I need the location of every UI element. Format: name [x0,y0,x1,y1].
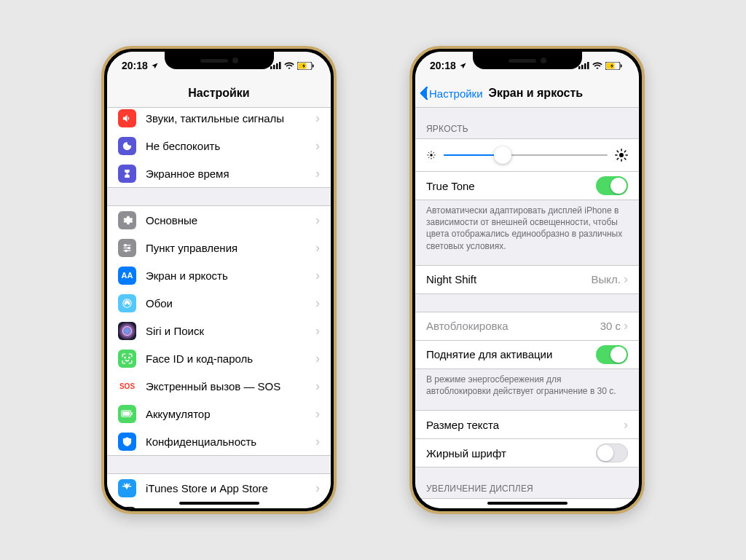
chevron-icon: › [624,505,628,508]
status-time: 20:18 [430,60,456,71]
siri-icon [118,322,136,340]
nav-title: Экран и яркость [489,87,584,100]
svg-line-40 [433,157,434,158]
settings-row-display[interactable]: AAЭкран и яркость› [107,261,331,289]
chevron-icon: › [315,296,320,311]
nightshift-value: Выкл. [592,273,621,285]
row-label: Обои [146,297,315,309]
view-label: Вид [426,507,560,508]
settings-row-gear[interactable]: Основные› [107,205,331,234]
location-icon [151,62,159,70]
svg-rect-20 [131,412,132,415]
settings-row-wallpaper[interactable]: Обои› [107,289,331,317]
battery-icon [297,62,315,70]
svg-rect-27 [578,66,581,69]
svg-rect-6 [313,64,314,67]
brightness-high-icon [615,149,628,162]
svg-point-16 [125,357,125,358]
faceid-icon [118,350,136,368]
status-time: 20:18 [122,60,148,71]
textsize-label: Размер текста [426,419,624,431]
nightshift-label: Night Shift [426,273,592,285]
row-label: Siri и Поиск [146,325,315,337]
raise-toggle[interactable] [596,345,628,364]
svg-rect-29 [584,63,586,69]
nav-bar: Настройки Экран и яркость [415,79,639,108]
svg-point-34 [430,154,433,157]
sounds-icon [118,109,136,127]
svg-point-11 [128,247,130,249]
chevron-icon: › [624,417,628,433]
settings-row-sos[interactable]: SOSЭкстренный вызов — SOS› [107,372,331,400]
settings-row-sounds[interactable]: Звуки, тактильные сигналы› [107,108,331,132]
row-label: Экранное время [146,167,315,180]
bold-toggle[interactable] [596,443,628,462]
chevron-icon: › [624,318,628,334]
svg-line-49 [624,158,626,159]
svg-rect-1 [273,65,275,69]
autolock-value: 30 с [600,320,621,332]
truetone-footer: Автоматически адаптировать дисплей iPhon… [415,200,639,252]
autolock-footer: В режиме энергосбережения для автоблокир… [415,369,639,397]
truetone-row: True Tone [415,172,639,200]
settings-row-faceid[interactable]: Face ID и код-пароль› [107,344,331,372]
svg-line-42 [433,152,434,153]
svg-rect-19 [122,411,130,416]
location-icon [459,62,467,70]
svg-line-39 [428,152,429,153]
settings-row-moon[interactable]: Не беспокоить› [107,132,331,159]
svg-rect-5 [299,63,307,68]
truetone-toggle[interactable] [596,176,628,195]
autolock-row[interactable]: Автоблокировка 30 с › [415,312,639,341]
chevron-icon: › [315,323,320,339]
hourglass-icon [118,165,136,183]
row-label: Аккумулятор [146,408,315,420]
settings-row-appstore[interactable]: iTunes Store и App Store› [107,473,331,502]
svg-rect-32 [607,63,615,68]
nav-bar: Настройки [107,79,331,108]
svg-point-12 [125,250,127,252]
back-label: Настройки [429,87,483,100]
chevron-icon: › [315,138,320,154]
raise-label: Поднятие для активации [426,348,596,360]
svg-line-51 [624,151,626,152]
privacy-icon [118,433,136,451]
settings-list[interactable]: Звуки, тактильные сигналы›Не беспокоить›… [107,108,331,508]
home-indicator [487,502,568,505]
gear-icon [118,211,136,229]
svg-point-43 [619,153,624,157]
row-label: Face ID и код-пароль [146,352,315,365]
settings-row-controls[interactable]: Пункт управления› [107,234,331,261]
chevron-icon: › [315,240,320,256]
svg-rect-2 [276,63,278,69]
settings-row-hourglass[interactable]: Экранное время› [107,159,331,188]
row-label: Звуки, тактильные сигналы [146,112,315,125]
chevron-icon: › [315,111,320,126]
back-button[interactable]: Настройки [415,87,483,100]
chevron-icon: › [315,351,320,366]
nightshift-row[interactable]: Night Shift Выкл. › [415,265,639,294]
bold-row: Жирный шрифт [415,439,639,468]
svg-rect-33 [621,64,622,67]
chevron-icon: › [315,213,320,228]
settings-row-siri[interactable]: Siri и Поиск› [107,317,331,344]
wallet-icon [118,507,136,509]
chevron-icon: › [624,272,628,287]
svg-line-48 [617,151,619,152]
truetone-label: True Tone [426,180,596,192]
svg-rect-14 [118,322,136,340]
appstore-icon [118,479,136,497]
settings-row-battery[interactable]: Аккумулятор› [107,400,331,427]
display-settings[interactable]: ЯРКОСТЬ True Tone Автоматически адаптиро… [415,108,639,508]
wallpaper-icon [118,294,136,312]
battery-icon [118,405,136,423]
svg-point-10 [125,244,127,246]
phone-left: 20:18 Настройки Звуки, тактильные сигнал… [101,46,337,514]
textsize-row[interactable]: Размер текста › [415,410,639,439]
svg-rect-3 [279,62,281,69]
brightness-slider[interactable] [444,154,608,156]
settings-row-privacy[interactable]: Конфиденциальность› [107,427,331,456]
zoom-header: УВЕЛИЧЕНИЕ ДИСПЛЕЯ [415,468,639,498]
bold-label: Жирный шрифт [426,447,596,460]
row-label: Экстренный вызов — SOS [146,380,315,393]
